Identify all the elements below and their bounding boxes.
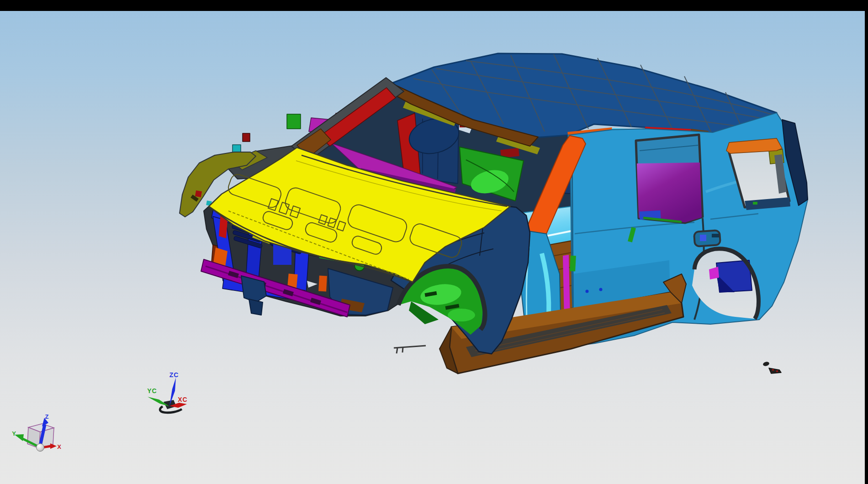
cad-application-window: ZC YC XC Z Y X <box>0 0 868 484</box>
top-edge-strip <box>0 0 868 11</box>
wcs-x-label: XC <box>178 396 187 403</box>
view-z-label: Z <box>45 413 49 420</box>
view-x-label: X <box>57 443 62 450</box>
wcs-z-label: ZC <box>169 371 179 379</box>
view-origin-sphere[interactable] <box>37 444 44 452</box>
wcs-y-label: YC <box>147 387 157 395</box>
graphics-viewport[interactable]: ZC YC XC Z Y X <box>0 0 868 484</box>
right-edge-strip <box>865 0 868 484</box>
door-handle[interactable] <box>694 230 720 247</box>
view-y-label: Y <box>12 430 16 437</box>
rear-door-window <box>636 135 703 223</box>
